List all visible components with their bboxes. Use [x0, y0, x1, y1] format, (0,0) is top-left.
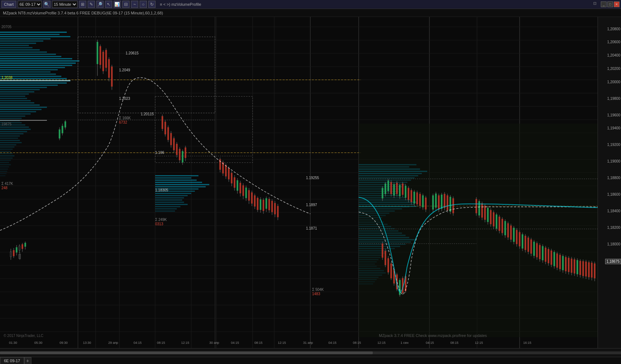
- bar-type-icon[interactable]: ⊞: [79, 1, 86, 8]
- title-bar-left: Chart 6E 09-17 🔍 15 Minute ⊞ ✎ 🔎 ↖ 📊 ⊟ ~…: [0, 1, 201, 8]
- svg-rect-82: [0, 114, 31, 115]
- svg-text:05:30: 05:30: [34, 341, 42, 345]
- svg-rect-119: [155, 188, 198, 190]
- svg-rect-161: [359, 232, 402, 234]
- svg-rect-321: [385, 251, 386, 265]
- svg-rect-307: [411, 190, 412, 202]
- svg-rect-367: [496, 214, 497, 228]
- svg-rect-96: [0, 144, 16, 145]
- maximize-button[interactable]: □: [607, 1, 613, 7]
- instrument-select[interactable]: 6E 09-17: [18, 1, 42, 8]
- svg-rect-64: [0, 74, 56, 75]
- price-1204: 1,20400: [607, 53, 620, 57]
- draw-icon[interactable]: ✎: [88, 1, 95, 8]
- svg-rect-199: [13, 250, 14, 256]
- svg-rect-74: [0, 96, 25, 97]
- svg-rect-168: [359, 248, 395, 249]
- minimize-button[interactable]: _: [601, 1, 607, 7]
- magnify-icon[interactable]: 🔍: [43, 1, 51, 8]
- circle-icon[interactable]: ○: [140, 1, 147, 8]
- svg-text:20705: 20705: [1, 25, 12, 29]
- svg-rect-151: [359, 210, 395, 212]
- svg-rect-98: [0, 149, 13, 150]
- svg-rect-46: [0, 34, 60, 35]
- svg-rect-146: [359, 199, 411, 200]
- svg-rect-347: [447, 195, 448, 210]
- svg-rect-245: [219, 159, 221, 170]
- svg-text:1,2038: 1,2038: [1, 75, 13, 79]
- timeframe-select[interactable]: 15 Minute: [52, 1, 78, 8]
- svg-rect-81: [0, 111, 36, 112]
- svg-rect-97: [0, 146, 14, 147]
- add-tab-button[interactable]: +: [24, 357, 31, 364]
- title-bar-right: _ □ ✕: [601, 1, 621, 7]
- svg-rect-68: [0, 83, 67, 84]
- svg-text:09:30: 09:30: [60, 341, 67, 345]
- svg-rect-201: [16, 247, 17, 252]
- wave-icon[interactable]: ~: [131, 1, 138, 8]
- cursor-icon[interactable]: ↖: [105, 1, 112, 8]
- price-1182: 1,18200: [607, 226, 620, 230]
- svg-text:04:15: 04:15: [426, 341, 434, 345]
- price-1192: 1,19200: [607, 143, 620, 147]
- svg-rect-90: [0, 131, 27, 132]
- svg-rect-105: [0, 164, 11, 165]
- svg-rect-315: [422, 195, 424, 207]
- svg-text:1.20615: 1.20615: [126, 51, 139, 55]
- normalize-icon[interactable]: ⊡: [593, 1, 596, 6]
- svg-rect-84: [0, 118, 22, 119]
- svg-rect-154: [359, 217, 382, 218]
- horizontal-scrollbar[interactable]: [0, 351, 621, 354]
- svg-rect-223: [108, 59, 110, 77]
- svg-rect-339: [435, 194, 437, 208]
- svg-text:31 апр: 31 апр: [303, 341, 313, 345]
- svg-rect-181: [359, 277, 379, 278]
- zoom-icon[interactable]: 🔎: [96, 1, 104, 8]
- data-box-icon[interactable]: 📊: [114, 1, 121, 8]
- svg-text:08:15: 08:15: [157, 341, 165, 345]
- svg-rect-359: [484, 206, 486, 220]
- svg-rect-149: [359, 206, 409, 207]
- chart-button[interactable]: Chart: [1, 1, 16, 8]
- svg-text:Σ 166K: Σ 166K: [119, 116, 131, 120]
- svg-rect-285: [277, 206, 279, 217]
- price-1190: 1,19000: [607, 159, 620, 163]
- svg-rect-101: [0, 155, 14, 156]
- close-button[interactable]: ✕: [614, 1, 620, 7]
- svg-rect-160: [359, 230, 398, 231]
- svg-text:1.19255: 1.19255: [306, 176, 319, 180]
- svg-rect-427: [582, 261, 584, 276]
- svg-text:08:15: 08:15: [450, 341, 458, 345]
- svg-rect-56: [0, 56, 61, 57]
- svg-rect-375: [507, 223, 509, 238]
- subtitle-bar: MZpack NT8.mzVolumeProfile 3.7.4 beta 6 …: [0, 9, 621, 17]
- svg-rect-395: [536, 243, 538, 257]
- chart-tab[interactable]: 6E 09-17: [0, 357, 24, 364]
- svg-rect-157: [359, 224, 388, 225]
- properties-icon[interactable]: ⊟: [122, 1, 130, 8]
- svg-text:16:15: 16:15: [523, 341, 531, 345]
- svg-text:01:30: 01:30: [9, 341, 17, 345]
- svg-rect-269: [254, 195, 255, 207]
- svg-rect-88: [0, 126, 29, 128]
- scroll-area[interactable]: [0, 348, 621, 357]
- svg-rect-75: [0, 98, 27, 99]
- svg-rect-231: [167, 127, 169, 140]
- svg-rect-363: [490, 210, 491, 224]
- svg-rect-403: [548, 249, 549, 263]
- svg-rect-237: [176, 144, 178, 155]
- svg-text:30 апр: 30 апр: [209, 341, 219, 345]
- svg-rect-365: [493, 212, 494, 226]
- svg-rect-301: [402, 184, 403, 195]
- svg-rect-345: [444, 194, 445, 208]
- svg-rect-243: [185, 147, 186, 158]
- svg-rect-73: [0, 93, 29, 94]
- svg-rect-169: [359, 250, 389, 251]
- svg-rect-65: [0, 76, 61, 77]
- svg-rect-225: [111, 67, 113, 86]
- svg-rect-178: [359, 270, 384, 271]
- svg-rect-110: [0, 175, 5, 176]
- svg-rect-297: [396, 183, 398, 194]
- svg-text:29 апр: 29 апр: [108, 341, 118, 345]
- refresh-icon[interactable]: ↻: [148, 1, 156, 8]
